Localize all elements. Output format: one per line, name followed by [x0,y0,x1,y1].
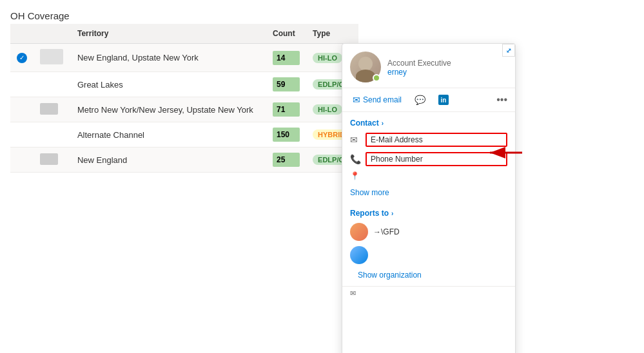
count-cell: 14 [266,44,306,72]
checkbox-cell[interactable] [10,148,34,173]
territory-name: New England [77,155,127,165]
popup-header: Account Executive erney [342,44,515,88]
checkbox-cell[interactable]: ✓ [10,44,34,72]
phone-value: Phone Number [366,152,507,166]
phone-row: 📞 Phone Number [350,152,507,166]
location-row: 📍 [350,171,507,182]
person-info: Account Executive erney [387,57,451,77]
value-bar: 25 [273,153,300,167]
report-avatar-2 [350,246,368,264]
page-header: OH Coverage [0,0,644,24]
reports-section: Reports to › ⤢ →\GFD Show organization [342,205,515,286]
territory-name: Great Lakes [77,80,123,90]
location-icon: 📍 [350,171,360,182]
show-more-button[interactable]: Show more [350,187,507,198]
show-organization-button[interactable]: Show organization [350,269,507,280]
table-row[interactable]: Metro New York/New Jersey, Upstate New Y… [10,97,358,122]
contact-section: Contact › ✉ E-Mail Address 📞 Phone Numbe… [342,112,515,205]
thumbnail-cell [34,148,71,173]
person-title: Account Executive [387,59,451,68]
coverage-table: Territory Count Type ✓ New England, Upst… [10,24,358,173]
popup-footer: ✉ [342,286,515,300]
count-cell: 71 [266,97,306,122]
territory-cell: Metro New York/New Jersey, Upstate New Y… [71,97,266,122]
thumbnail-image [40,49,63,64]
table-row[interactable]: Great Lakes 59 EDLP/C [10,72,358,97]
col-type: Type [306,24,358,44]
value-bar: 71 [273,102,300,117]
territory-name: Metro New York/New Jersey, Upstate New Y… [77,105,253,115]
breadcrumb [0,0,644,5]
reports-chevron-right-icon: › [391,210,393,217]
report-avatar-1 [350,223,368,241]
email-icon: ✉ [353,95,360,105]
person-extra: erney [387,68,451,77]
territory-cell: Alternate Channel [71,122,266,148]
email-row: ✉ E-Mail Address [350,133,507,147]
col-thumb [34,24,71,44]
chat-button[interactable]: 💬 [412,93,428,106]
chevron-right-icon: › [382,120,384,127]
checkbox-cell[interactable] [10,122,34,148]
territory-cell: New England [71,148,266,173]
email-value: E-Mail Address [366,133,507,147]
contact-popup: Account Executive erney ✉ Send email 💬 i… [342,43,516,353]
type-badge: HI-LO [313,53,342,63]
expand-button[interactable]: ⤢ [502,44,515,57]
popup-actions: ✉ Send email 💬 in ••• [342,88,515,112]
territory-cell: Great Lakes [71,72,266,97]
report-name-1: →\GFD [373,227,400,236]
table-row[interactable]: ✓ New England, Upstate New York 14 [10,44,358,72]
contact-section-label: Contact [350,119,379,128]
avatar-container [350,52,381,82]
count-value: 150 [277,130,289,139]
count-cell: 59 [266,72,306,97]
checkbox-cell[interactable] [10,72,34,97]
value-bar: 59 [273,77,300,91]
thumbnail-image [40,103,58,115]
col-territory: Territory [71,24,266,44]
value-bar: 150 [273,128,300,142]
phone-field-icon: 📞 [350,154,360,164]
table-row[interactable]: Alternate Channel 150 HYBRID [10,122,358,148]
send-email-button[interactable]: ✉ Send email [350,93,404,106]
table-container: Territory Count Type ✓ New England, Upst… [10,24,358,173]
thumbnail-image [40,153,58,165]
count-value: 59 [277,80,285,89]
type-badge: HI-LO [313,104,342,115]
count-value: 71 [277,105,285,114]
table-row[interactable]: New England 25 EDLP/C [10,148,358,173]
footer-row: ✉ [350,289,507,298]
count-value: 25 [277,155,285,164]
territory-cell: New England, Upstate New York [71,44,266,72]
report-row-2 [350,246,507,264]
checkbox-cell[interactable] [10,97,34,122]
territory-name: New England, Upstate New York [77,53,199,62]
territory-name: Alternate Channel [77,130,144,140]
count-cell: 150 [266,122,306,148]
page-title: OH Coverage [0,5,644,24]
check-icon: ✓ [17,53,27,63]
thumbnail-cell [34,44,71,72]
table-header-row: Territory Count Type [10,24,358,44]
main-layout: Territory Count Type ✓ New England, Upst… [0,24,644,173]
email-field-icon: ✉ [350,135,360,145]
report-row-1: →\GFD [350,223,507,241]
linkedin-button[interactable]: in [436,93,451,106]
col-count: Count [266,24,306,44]
contact-section-header[interactable]: Contact › [350,119,507,128]
value-bar: 14 [273,51,300,65]
reports-section-header[interactable]: Reports to › ⤢ [350,209,507,218]
linkedin-icon: in [438,95,449,105]
thumbnail-cell [34,72,71,97]
send-email-label: Send email [363,95,402,104]
chat-icon: 💬 [415,95,425,105]
presence-indicator [373,74,380,82]
more-options-button[interactable]: ••• [496,94,507,106]
col-check [10,24,34,44]
count-cell: 25 [266,148,306,173]
mail-footer-icon: ✉ [350,289,356,298]
popup-scroll-area[interactable]: Account Executive erney ✉ Send email 💬 i… [342,44,515,353]
thumbnail-cell [34,122,71,148]
count-value: 14 [277,53,285,62]
